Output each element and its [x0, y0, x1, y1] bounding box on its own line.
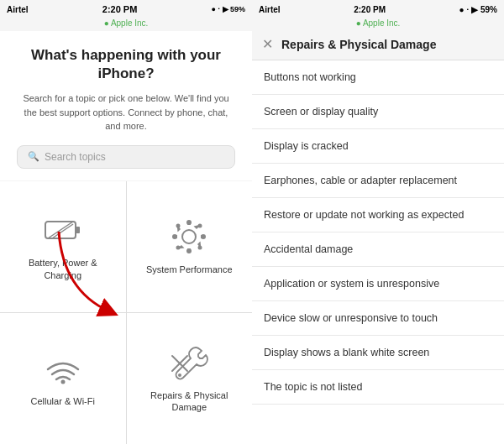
carrier-left: Airtel — [7, 5, 29, 14]
topic-slow[interactable]: Device slow or unresponsive to touch — [252, 301, 504, 336]
topic-accidental[interactable]: Accidental damage — [252, 232, 504, 267]
topic-list: Buttons not working Screen or display qu… — [252, 60, 504, 444]
category-repairs[interactable]: Repairs & PhysicalDamage — [127, 313, 253, 444]
svg-line-2 — [48, 222, 73, 238]
left-hero: What's happening with your iPhone? Searc… — [0, 31, 252, 180]
category-system[interactable]: System Performance — [127, 181, 253, 312]
hero-title: What's happening with your iPhone? — [17, 46, 235, 83]
battery-icon — [45, 212, 81, 248]
categories-grid: Battery, Power &Charging — [0, 181, 252, 444]
topic-unresponsive[interactable]: Application or system is unresponsive — [252, 267, 504, 301]
time-left: 2:20 PM — [102, 4, 138, 14]
battery-right: ● ⋅ ▶ 59% — [459, 5, 497, 14]
right-title: Repairs & Physical Damage — [281, 38, 436, 51]
hero-description: Search for a topic or pick one below. We… — [17, 91, 235, 133]
topic-earphones[interactable]: Earphones, cable or adapter replacement — [252, 164, 504, 198]
topic-buttons[interactable]: Buttons not working — [252, 60, 504, 95]
right-panel: Airtel 2:20 PM ● ⋅ ▶ 59% ● Apple Inc. ✕ … — [252, 0, 504, 444]
cellular-label: Cellular & Wi-Fi — [31, 395, 95, 407]
close-button[interactable]: ✕ — [262, 38, 273, 51]
category-cellular[interactable]: Cellular & Wi-Fi — [0, 313, 126, 444]
search-placeholder: Search topics — [45, 151, 106, 163]
search-icon: 🔍 — [28, 151, 39, 162]
category-battery[interactable]: Battery, Power &Charging — [0, 181, 126, 312]
status-bar-right: Airtel 2:20 PM ● ⋅ ▶ 59% — [252, 0, 504, 17]
svg-rect-1 — [76, 227, 80, 233]
svg-point-12 — [176, 245, 181, 249]
svg-point-11 — [198, 223, 202, 227]
battery-left: ● ⋅ ▶ 59% — [212, 5, 245, 13]
carrier-right: Airtel — [259, 5, 281, 14]
gear-icon — [171, 218, 207, 255]
apple-label-right: ● Apple Inc. — [252, 17, 504, 31]
svg-point-5 — [182, 230, 196, 243]
svg-point-13 — [198, 245, 202, 249]
topic-restore[interactable]: Restore or update not working as expecte… — [252, 198, 504, 232]
right-header: ✕ Repairs & Physical Damage — [252, 31, 504, 60]
topic-screen-quality[interactable]: Screen or display quality — [252, 95, 504, 129]
svg-point-9 — [201, 234, 206, 239]
status-bar-left: Airtel 2:20 PM ● ⋅ ▶ 59% — [0, 0, 252, 17]
apple-label-left: ● Apple Inc. — [0, 17, 252, 31]
topic-cracked[interactable]: Display is cracked — [252, 129, 504, 164]
wifi-icon — [45, 350, 81, 387]
search-bar[interactable]: 🔍 Search topics — [17, 145, 235, 169]
svg-point-6 — [186, 220, 192, 225]
svg-point-14 — [60, 379, 65, 384]
svg-point-10 — [176, 223, 181, 227]
svg-point-15 — [178, 373, 181, 377]
time-right: 2:20 PM — [354, 5, 386, 14]
left-panel: Airtel 2:20 PM ● ⋅ ▶ 59% ● Apple Inc. Wh… — [0, 0, 252, 444]
repairs-label: Repairs & PhysicalDamage — [150, 389, 228, 414]
svg-line-3 — [52, 224, 73, 238]
system-label: System Performance — [146, 264, 233, 275]
battery-label: Battery, Power &Charging — [29, 257, 97, 281]
svg-point-7 — [186, 248, 192, 253]
topic-blank[interactable]: Display shows a blank white screen — [252, 336, 504, 370]
svg-point-8 — [172, 234, 177, 239]
topic-not-listed[interactable]: The topic is not listed — [252, 370, 504, 405]
repairs-icon — [171, 344, 207, 381]
